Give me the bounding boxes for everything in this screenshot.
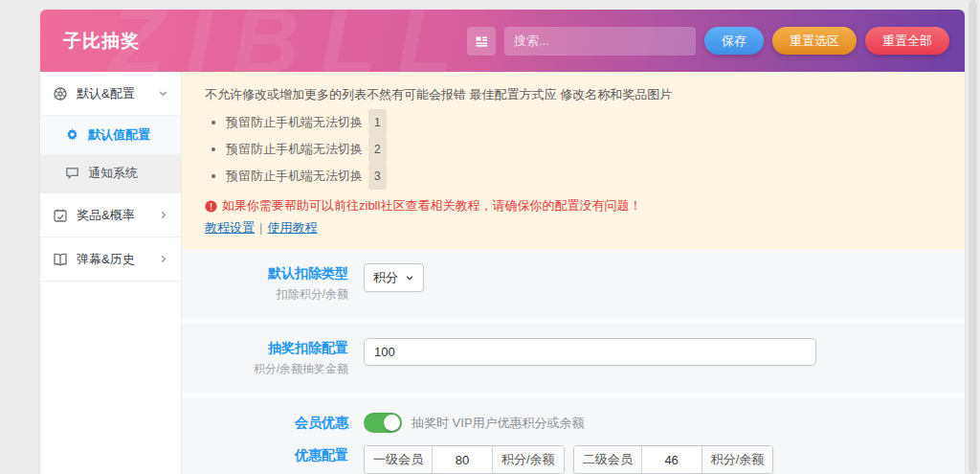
notice-warning: 如果你需要帮助可以前往zibll社区查看相关教程，请确保你的配置没有问题！ (205, 197, 942, 214)
sidebar-item-prizes-probability[interactable]: 奖品&概率 (40, 193, 181, 237)
field-label: 优惠配置 (182, 445, 348, 464)
deduct-amount-input[interactable] (364, 338, 816, 366)
notice-list-item: 预留防止手机端无法切换1 (226, 109, 942, 136)
sidebar-item-danmaku-history[interactable]: 弹幕&历史 (40, 237, 181, 282)
menu-icon (474, 34, 489, 49)
field-sublabel: 扣除积分/余额 (182, 286, 348, 303)
panel-header: ZIBLL 子比抽奖 保存 重置选区 重置全部 (40, 10, 965, 72)
cog-circle-icon (53, 86, 68, 102)
sidebar-item-default-values[interactable]: 默认值配置 (40, 116, 181, 154)
chevron-down-icon (158, 88, 168, 99)
page-title: 子比抽奖 (63, 29, 140, 54)
notice-box: 不允许修改或增加更多的列表不然有可能会报错 最佳配置方式应 修改名称和奖品图片 … (182, 72, 965, 249)
menu-toggle-button[interactable] (467, 27, 496, 56)
selected-option: 积分 (373, 269, 398, 286)
sidebar-item-label: 弹幕&历史 (77, 251, 135, 268)
notice-list-item: 预留防止手机端无法切换2 (226, 136, 942, 163)
chevron-right-icon (158, 254, 168, 264)
field-label: 会员优惠 (182, 413, 348, 432)
field-sublabel: 积分/余额抽奖金额 (182, 361, 348, 377)
sidebar-submenu: 默认值配置 通知系统 (40, 116, 181, 193)
tier2-suffix: 积分/余额 (702, 446, 773, 473)
tier1-suffix: 积分/余额 (492, 446, 564, 473)
sidebar-item-notification-system[interactable]: 通知系统 (40, 154, 181, 192)
sidebar: 默认&配置 默认值配置 (40, 72, 182, 474)
chevron-down-icon (405, 273, 414, 282)
sidebar-item-label: 通知系统 (88, 165, 138, 182)
reset-selection-button[interactable]: 重置选区 (772, 27, 857, 55)
field-label: 抽奖扣除配置 (182, 338, 348, 357)
calendar-check-icon (53, 208, 68, 223)
notice-badge: 2 (368, 136, 387, 163)
tier1-prefix: 一级会员 (365, 446, 433, 473)
notice-intro: 不允许修改或增加更多的列表不然有可能会报错 最佳配置方式应 修改名称和奖品图片 (205, 86, 942, 103)
notice-list-item: 预留防止手机端无法切换3 (226, 163, 942, 190)
tier2-value-input[interactable] (642, 446, 702, 473)
book-icon (53, 252, 68, 267)
search-input[interactable] (504, 27, 696, 56)
notice-list: 预留防止手机端无法切换1 预留防止手机端无法切换2 预留防止手机端无法切换3 (226, 109, 942, 190)
tier1-input-group: 一级会员 积分/余额 (364, 445, 565, 474)
comment-icon (65, 166, 80, 181)
gear-icon (65, 127, 80, 143)
tutorial-links: 教程设置|使用教程 (205, 219, 942, 237)
sidebar-item-label: 默认&配置 (77, 85, 135, 102)
usage-tutorial-link[interactable]: 使用教程 (267, 220, 317, 235)
toggle-description: 抽奖时 VIP用户优惠积分或余额 (412, 413, 585, 433)
tutorial-settings-link[interactable]: 教程设置 (205, 220, 255, 235)
header-toolbar: 保存 重置选区 重置全部 (467, 27, 949, 56)
exclamation-circle-icon (205, 200, 217, 213)
form-row-vip: 会员优惠 抽奖时 VIP用户优惠积分或余额 优惠配置 一级会员 (182, 398, 965, 474)
form-row-deduct-type: 默认扣除类型 扣除积分/余额 积分 (182, 249, 965, 324)
sidebar-item-label: 奖品&概率 (77, 207, 135, 224)
vip-discount-toggle[interactable] (364, 413, 402, 433)
tier2-input-group: 二级会员 积分/余额 (573, 445, 774, 474)
save-button[interactable]: 保存 (704, 27, 764, 55)
brand-watermark: ZIBLL (109, 10, 475, 72)
field-label: 默认扣除类型 (182, 263, 348, 282)
form-row-deduct-amount: 抽奖扣除配置 积分/余额抽奖金额 (182, 324, 965, 398)
settings-panel: ZIBLL 子比抽奖 保存 重置选区 重置全部 (40, 10, 965, 474)
notice-badge: 3 (368, 163, 387, 190)
chevron-right-icon (158, 210, 168, 220)
sidebar-item-label: 默认值配置 (88, 126, 150, 144)
link-separator: | (259, 220, 262, 235)
sidebar-item-defaults-config[interactable]: 默认&配置 (40, 72, 181, 116)
settings-content: 不允许修改或增加更多的列表不然有可能会报错 最佳配置方式应 修改名称和奖品图片 … (182, 72, 965, 474)
tier1-value-input[interactable] (433, 446, 492, 473)
notice-badge: 1 (368, 109, 387, 136)
deduct-type-select[interactable]: 积分 (364, 263, 424, 292)
reset-all-button[interactable]: 重置全部 (865, 27, 949, 55)
tier2-prefix: 二级会员 (574, 446, 642, 473)
page-scrollbar[interactable] (969, 0, 977, 474)
toggle-knob (384, 415, 400, 431)
